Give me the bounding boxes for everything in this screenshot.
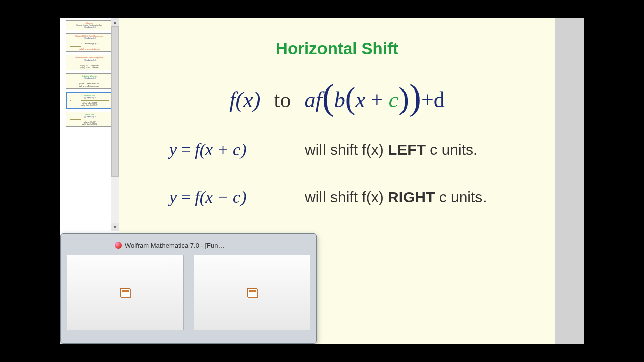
mathematica-icon — [115, 242, 122, 249]
taskbar-preview-thumbs — [67, 255, 310, 330]
eq-plus: + — [371, 87, 383, 112]
eq-x: x — [355, 87, 365, 112]
thumbnail-eq: f(x)→af(b(x+c))+d — [67, 59, 112, 61]
thumbnail-1[interactable]: A Summary General Function Transformatio… — [66, 20, 113, 30]
rule-equation: y = f(x + c) — [169, 140, 305, 159]
scroll-thumb[interactable] — [111, 26, 119, 177]
direction-word: RIGHT — [388, 189, 435, 205]
direction-word: LEFT — [388, 141, 426, 158]
thumbnail-eq: f(x)→af(b(x+c))+d — [67, 116, 112, 118]
thumbnail-6[interactable]: Vertical Shift f(x)→af(b(x+c))+d y=f(x)+… — [66, 112, 113, 127]
taskbar-preview-title: Wolfram Mathematica 7.0 - [Fun… — [67, 239, 310, 252]
scroll-up-button[interactable]: ▲ — [111, 18, 119, 26]
eq-b: b — [334, 87, 345, 112]
slide-right-margin — [555, 18, 584, 344]
thumbnail-eq: f(x)→af(b(x+c))+d — [67, 37, 112, 39]
thumbnail-5[interactable]: Horizontal Shift f(x)→af(b(x+c))+d y=f(x… — [66, 92, 113, 109]
taskbar-window-thumb-1[interactable] — [67, 255, 184, 330]
taskbar-app-title: Wolfram Mathematica 7.0 - [Fun… — [125, 242, 224, 249]
eq-plus-d: +d — [421, 87, 445, 112]
thumbnail-scrollbar[interactable]: ▲ ▼ — [111, 18, 119, 231]
rule-description: will shift f(x) RIGHT c units. — [305, 189, 487, 206]
eq-af: af — [305, 87, 322, 112]
thumbnail-note: y=f(x)−d shifts DOWN — [67, 123, 112, 125]
rule-row-2: y = f(x − c) will shift f(x) RIGHT c uni… — [139, 188, 535, 207]
thumbnail-2[interactable]: Horizontal Shifts & Vertical Compression… — [66, 33, 113, 52]
presentation-file-icon — [247, 288, 257, 297]
eq-to-word: to — [274, 87, 291, 112]
scroll-down-button[interactable]: ▼ — [111, 223, 119, 231]
main-equation: f(x) to af(b(x + c))+d — [139, 74, 535, 116]
thumbnail-eq: f(x)→af(b(x+c))+d — [68, 97, 111, 99]
thumbnail-eq: f(x)→af(b(x+c))+d — [67, 26, 112, 28]
thumbnail-eq: f(x)→af(b(x+c))+d — [67, 77, 112, 79]
thumbnail-3[interactable]: Horizontal Shifts & Vertical Compression… — [66, 55, 113, 70]
scroll-track[interactable] — [111, 26, 119, 223]
thumbnail-note: y=f(x−c) will shift RIGHT — [68, 104, 111, 106]
rule-row-1: y = f(x + c) will shift f(x) LEFT c unit… — [139, 140, 535, 159]
rule-equation: y = f(x − c) — [169, 188, 305, 207]
eq-lhs: f(x) — [229, 87, 260, 112]
thumbnail-4[interactable]: Reflections of Function f(x)→af(b(x+c))+… — [66, 73, 113, 89]
eq-c: c — [389, 87, 399, 112]
rule-description: will shift f(x) LEFT c units. — [305, 141, 477, 158]
thumbnail-note: y=−f(x) — [79, 83, 84, 85]
taskbar-preview-popup[interactable]: Wolfram Mathematica 7.0 - [Fun… — [60, 233, 317, 344]
thumbnail-note: a — reflect — [81, 43, 89, 45]
slide-title: Horizontal Shift — [139, 39, 535, 58]
presentation-file-icon — [120, 288, 130, 297]
taskbar-window-thumb-2[interactable] — [194, 255, 310, 330]
slide-thumbnail-panel: A Summary General Function Transformatio… — [60, 18, 119, 231]
